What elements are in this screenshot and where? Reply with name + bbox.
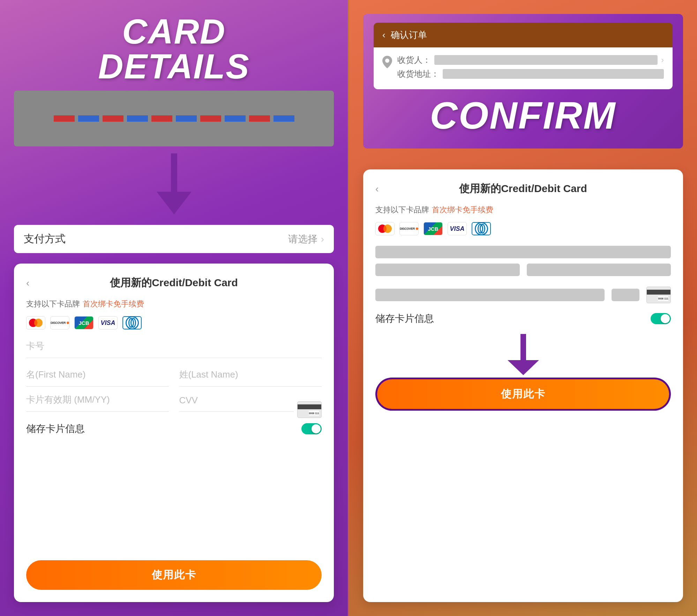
right-blurred-field-2 (375, 264, 520, 276)
card-form: ‹ 使用新的Credit/Debit Card 支持以下卡品牌 首次绑卡免手续费… (14, 264, 334, 602)
cvv-label: CVV (179, 395, 294, 406)
right-blurred-field-3 (527, 264, 671, 276)
right-jcb-icon: JCB (424, 222, 443, 235)
svg-marker-11 (508, 360, 539, 375)
right-card-form: ‹ 使用新的Credit/Debit Card 支持以下卡品牌 首次绑卡免手续费… (363, 169, 683, 602)
use-card-button[interactable]: 使用此卡 (26, 560, 322, 590)
right-back-button[interactable]: ‹ (375, 183, 379, 195)
expiry-group: 卡片有效期 (MM/YY) (26, 394, 169, 419)
card-form-header: ‹ 使用新的Credit/Debit Card (26, 276, 322, 290)
right-use-card-button[interactable]: 使用此卡 (377, 379, 669, 409)
visa-icon: VISA (98, 316, 118, 329)
right-card-form-title: 使用新的Credit/Debit Card (375, 182, 671, 196)
order-info-fields: 收货人： › 收货地址： (397, 54, 664, 82)
last-name-input[interactable] (179, 383, 322, 387)
order-back-button[interactable]: ‹ (382, 30, 385, 40)
right-mastercard-icon (375, 222, 395, 235)
right-top-section: ‹ 确认订单 收货人： › 收货地址： (363, 14, 683, 149)
name-row: 名(First Name) 姓(Last Name) (26, 368, 322, 394)
address-label: 收货地址： (397, 68, 439, 79)
toggle-knob (312, 424, 321, 433)
svg-point-9 (416, 228, 418, 230)
svg-point-6 (385, 59, 389, 63)
order-top-bar: ‹ 确认订单 (374, 23, 673, 47)
svg-marker-2 (157, 192, 192, 214)
card-number-label: 卡号 (26, 340, 322, 352)
road-decoration (14, 91, 334, 146)
address-value (443, 69, 664, 79)
order-nav-title: 确认订单 (391, 29, 427, 41)
diners-icon (122, 316, 142, 329)
card-support-link[interactable]: 首次绑卡免手续费 (83, 299, 144, 309)
expiry-label: 卡片有效期 (MM/YY) (26, 394, 169, 406)
card-support-row: 支持以下卡品牌 首次绑卡免手续费 (26, 299, 322, 309)
right-discover-icon: DISCOVER (399, 222, 419, 235)
recipient-row: 收货人： › (397, 54, 664, 66)
cvv-card-text: 0008 111 (309, 412, 319, 415)
expiry-input[interactable] (26, 408, 169, 412)
store-card-toggle[interactable] (301, 423, 322, 434)
payment-method-value: 请选择 (288, 233, 317, 246)
right-store-card-label: 储存卡片信息 (375, 312, 434, 325)
back-button[interactable]: ‹ (26, 277, 29, 289)
payment-method-label: 支付方式 (24, 232, 66, 246)
payment-method-select[interactable]: 请选择 › (288, 233, 324, 246)
jcb-icon: JCB (74, 316, 93, 329)
last-name-group: 姓(Last Name) (179, 368, 322, 394)
order-chevron-icon: › (661, 55, 664, 65)
right-card-brands-row: DISCOVER JCB VISA (375, 222, 671, 235)
order-info-section: 收货人： › 收货地址： (374, 47, 673, 89)
card-support-label: 支持以下卡品牌 (26, 299, 80, 309)
order-info-card: ‹ 确认订单 收货人： › 收货地址： (374, 23, 673, 89)
right-card-form-header: ‹ 使用新的Credit/Debit Card (375, 182, 671, 196)
right-store-card-row: 储存卡片信息 (375, 312, 671, 325)
left-arrow-icon (153, 153, 195, 216)
right-diners-icon (472, 222, 491, 235)
last-name-label: 姓(Last Name) (179, 368, 322, 381)
card-form-title: 使用新的Credit/Debit Card (26, 276, 322, 290)
right-visa-icon: VISA (448, 222, 467, 235)
expiry-cvv-row: 卡片有效期 (MM/YY) CVV 0008 111 (26, 394, 322, 419)
right-cvv-card: 0008 111 (646, 287, 671, 303)
address-row: 收货地址： (397, 68, 664, 79)
payment-method-bar[interactable]: 支付方式 请选择 › (14, 225, 334, 253)
right-blurred-field-1 (375, 246, 671, 258)
right-store-card-toggle[interactable] (651, 313, 671, 324)
use-card-btn-highlight: 使用此卡 (375, 378, 671, 411)
confirm-title: CONFIRM (374, 96, 673, 135)
cvv-group: CVV 0008 111 (179, 395, 322, 419)
right-panel: ‹ 确认订单 收货人： › 收货地址： (349, 0, 697, 616)
first-name-group: 名(First Name) (26, 368, 169, 394)
right-card-support-link[interactable]: 首次绑卡免手续费 (432, 205, 493, 215)
right-card-support-label: 支持以下卡品牌 (375, 205, 429, 215)
chevron-right-icon: › (321, 234, 324, 245)
right-blurred-field-5 (612, 289, 639, 301)
right-toggle-knob (661, 314, 670, 323)
recipient-value (434, 55, 658, 65)
store-card-row: 储存卡片信息 (26, 422, 322, 435)
location-icon (382, 56, 392, 71)
store-card-label: 储存卡片信息 (26, 422, 85, 435)
first-name-input[interactable] (26, 383, 169, 387)
cvv-input[interactable] (179, 408, 294, 412)
card-number-input[interactable] (26, 354, 322, 358)
right-card-support-row: 支持以下卡品牌 首次绑卡免手续费 (375, 205, 671, 215)
right-arrow-icon (506, 334, 541, 376)
discover-icon: DISCOVER (50, 316, 69, 329)
mastercard-icon (26, 316, 45, 329)
recipient-label: 收货人： (397, 54, 431, 66)
svg-point-5 (67, 322, 69, 324)
card-brands-row: DISCOVER JCB VISA (26, 316, 322, 329)
first-name-label: 名(First Name) (26, 368, 169, 381)
card-number-group: 卡号 (26, 340, 322, 365)
right-cvv-card-text: 0008 111 (658, 297, 668, 300)
card-details-title: CARD DETAILS (14, 14, 334, 84)
right-blurred-field-4 (375, 289, 605, 301)
left-panel: CARD DETAILS (0, 0, 348, 616)
